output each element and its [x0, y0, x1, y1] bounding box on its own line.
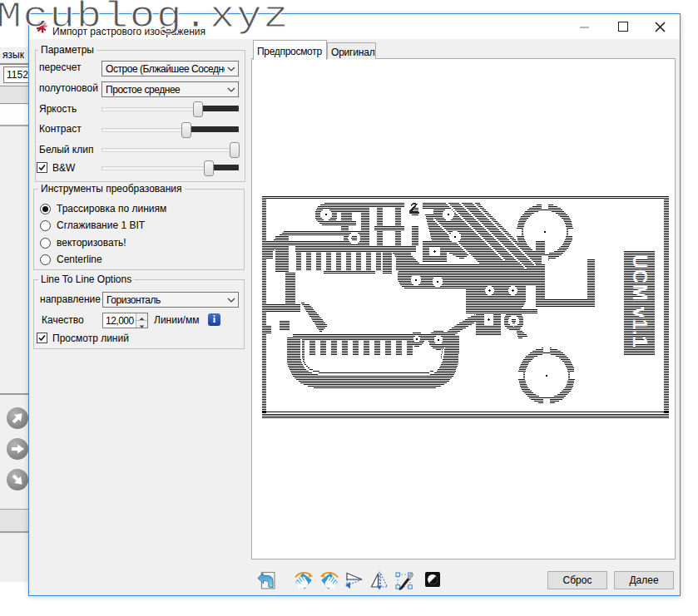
svg-text:UCM v1.1: UCM v1.1	[629, 254, 651, 347]
